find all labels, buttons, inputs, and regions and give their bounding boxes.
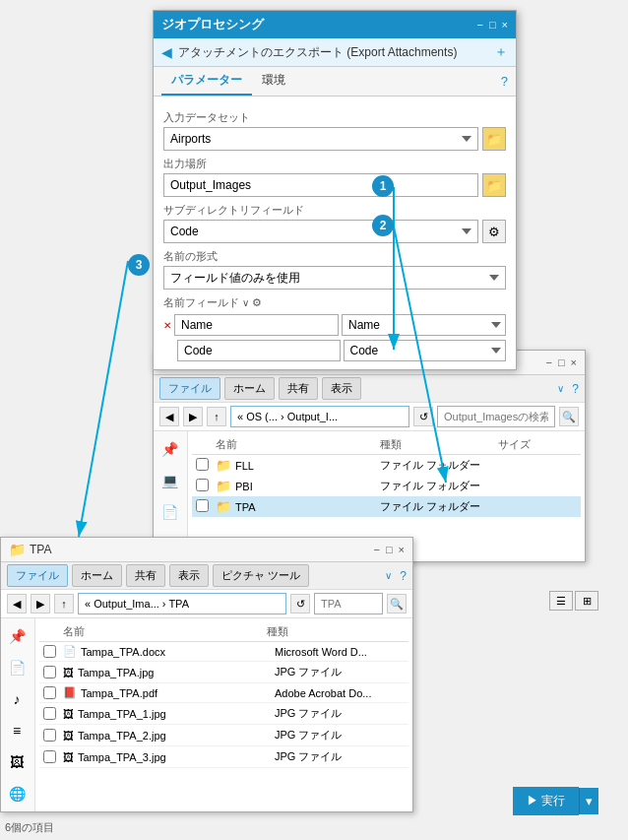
output-forward-btn[interactable]: ▶ — [183, 407, 203, 426]
tpa-explorer-content: 📌 📄 ♪ ≡ 🖼 🌐 名前 種類 📄 Tampa_TPA.docx Mic — [1, 618, 412, 811]
run-button[interactable]: ▶ 実行 — [513, 787, 579, 815]
geopanel-win-controls: − □ × — [476, 19, 508, 31]
tpa-back-btn[interactable]: ◀ — [7, 594, 27, 614]
name-field-1-input[interactable] — [174, 314, 339, 336]
name-field-1-select[interactable]: Name — [342, 314, 506, 336]
close-btn[interactable]: × — [502, 19, 508, 31]
tpa-sidebar-icon-3[interactable]: ♪ — [3, 685, 31, 713]
name-field-1-remove[interactable]: ✕ — [163, 320, 171, 331]
output-restore-btn[interactable]: □ — [558, 356, 565, 368]
file-icon-jpg3: 🖼 — [63, 730, 74, 742]
tpa-sidebar-icon-6[interactable]: 🌐 — [3, 780, 31, 808]
tpa-search-btn[interactable]: 🔍 — [387, 594, 407, 614]
name-format-label: 名前の形式 — [163, 249, 506, 264]
file-type-jpg2: JPG ファイル — [271, 703, 408, 725]
file-checkbox[interactable] — [43, 707, 56, 720]
file-checkbox[interactable] — [43, 666, 56, 678]
list-item[interactable]: 🖼 Tampa_TPA_1.jpg — [59, 703, 271, 725]
tpa-address-bar[interactable] — [78, 593, 286, 614]
tab-parameters[interactable]: パラメーター — [161, 67, 252, 96]
output-up-btn[interactable]: ↑ — [207, 407, 226, 426]
explorer-tpa: 📁 TPA − □ × ファイル ホーム 共有 表示 ピクチャ ツール ∨ ? … — [0, 537, 413, 812]
output-sidebar-icon-1[interactable]: 📌 — [156, 435, 183, 463]
list-item[interactable]: 📕 Tampa_TPA.pdf — [59, 683, 271, 703]
subdir-label: サブディレクトリフィールド — [163, 203, 506, 218]
row-checkbox[interactable] — [196, 458, 209, 471]
run-dropdown-btn[interactable]: ▾ — [579, 788, 598, 814]
list-item[interactable]: 🖼 Tampa_TPA.jpg — [59, 662, 271, 683]
table-row[interactable]: 📁 PBI ファイル フォルダー — [192, 476, 581, 496]
file-icon-docx: 📄 — [63, 645, 77, 658]
row-checkbox[interactable] — [196, 499, 209, 512]
subdir-select[interactable]: Code — [163, 220, 478, 243]
input-dataset-select[interactable]: Airports — [163, 127, 478, 151]
tpa-files-grid: 📄 Tampa_TPA.docx Microsoft Word D... 🖼 T… — [39, 642, 408, 768]
list-item[interactable]: 🖼 Tampa_TPA_2.jpg — [59, 725, 271, 746]
output-tab-file[interactable]: ファイル — [159, 377, 220, 400]
output-tab-home[interactable]: ホーム — [224, 377, 275, 400]
tpa-minimize-btn[interactable]: − — [373, 544, 379, 555]
name-format-select[interactable]: フィールド値のみを使用 — [163, 266, 506, 290]
tpa-tab-home[interactable]: ホーム — [72, 564, 122, 587]
tpa-expand-btn[interactable]: ∨ — [385, 570, 392, 581]
output-help-btn[interactable]: ? — [572, 382, 579, 396]
tpa-help-btn[interactable]: ? — [400, 569, 407, 583]
tpa-tab-view[interactable]: 表示 — [169, 564, 209, 587]
tpa-forward-btn[interactable]: ▶ — [31, 594, 50, 614]
tpa-close-btn[interactable]: × — [399, 544, 405, 555]
output-search-btn[interactable]: 🔍 — [559, 407, 579, 426]
tpa-restore-btn[interactable]: □ — [386, 544, 393, 555]
list-item[interactable]: 📄 Tampa_TPA.docx — [59, 642, 271, 662]
output-minimize-btn[interactable]: − — [545, 356, 551, 368]
tpa-tab-share[interactable]: 共有 — [126, 564, 165, 587]
output-location-folder-btn[interactable]: 📁 — [482, 173, 506, 197]
tpa-explorer-toolbar: ファイル ホーム 共有 表示 ピクチャ ツール ∨ ? — [1, 562, 412, 590]
back-button[interactable]: ◀ — [161, 44, 172, 60]
input-dataset-folder-btn[interactable]: 📁 — [482, 127, 506, 151]
output-back-btn[interactable]: ◀ — [159, 407, 179, 426]
output-location-input[interactable] — [163, 173, 478, 197]
tpa-sidebar-icon-2[interactable]: 📄 — [3, 654, 31, 681]
tpa-tab-picture[interactable]: ピクチャ ツール — [213, 564, 309, 587]
minimize-btn[interactable]: − — [476, 19, 482, 31]
output-sidebar-icon-2[interactable]: 💻 — [156, 467, 183, 494]
output-refresh-btn[interactable]: ↺ — [413, 407, 433, 426]
view-grid-btn[interactable]: ⊞ — [575, 591, 598, 611]
name-field-2-select[interactable]: Code — [344, 340, 507, 361]
tpa-up-btn[interactable]: ↑ — [54, 594, 74, 614]
file-checkbox[interactable] — [43, 750, 56, 763]
file-name-jpg3: Tampa_TPA_2.jpg — [78, 730, 166, 742]
file-checkbox[interactable] — [43, 645, 56, 658]
subdir-gear-btn[interactable]: ⚙ — [482, 220, 506, 243]
tpa-sidebar-icon-5[interactable]: 🖼 — [3, 748, 31, 776]
name-field-gear[interactable]: ⚙ — [252, 296, 262, 309]
tpa-sidebar-icon-1[interactable]: 📌 — [3, 622, 31, 650]
file-checkbox[interactable] — [43, 729, 56, 742]
output-address-bar[interactable] — [230, 406, 409, 427]
tpa-sidebar-icon-4[interactable]: ≡ — [3, 717, 31, 744]
table-row[interactable]: 📁 TPA ファイル フォルダー — [192, 496, 581, 517]
help-icon[interactable]: ? — [501, 74, 508, 89]
output-expand-btn[interactable]: ∨ — [557, 383, 564, 394]
name-field-2-input[interactable] — [177, 340, 341, 361]
output-tab-view[interactable]: 表示 — [322, 377, 361, 400]
tpa-refresh-btn[interactable]: ↺ — [290, 594, 310, 614]
row-checkbox[interactable] — [196, 479, 209, 491]
table-row[interactable]: 📁 FLL ファイル フォルダー — [192, 455, 581, 476]
add-button[interactable]: ＋ — [494, 43, 508, 61]
output-search-bar[interactable] — [437, 406, 555, 427]
name-field-item-1: ✕ Name — [163, 314, 506, 336]
tpa-search-bar[interactable] — [314, 593, 383, 614]
restore-btn[interactable]: □ — [489, 19, 496, 31]
output-tab-share[interactable]: 共有 — [279, 377, 318, 400]
name-field-chevron[interactable]: ∨ — [242, 297, 249, 308]
output-sidebar-icon-3[interactable]: 📄 — [156, 498, 183, 526]
tab-environment[interactable]: 環境 — [252, 67, 295, 96]
list-item[interactable]: 🖼 Tampa_TPA_3.jpg — [59, 746, 271, 768]
view-list-btn[interactable]: ☰ — [549, 591, 573, 611]
file-checkbox[interactable] — [43, 686, 56, 699]
tpa-tab-file[interactable]: ファイル — [7, 564, 68, 587]
input-dataset-label: 入力データセット — [163, 110, 506, 125]
run-button-label: ▶ 実行 — [527, 793, 565, 809]
output-close-btn[interactable]: × — [571, 356, 577, 368]
